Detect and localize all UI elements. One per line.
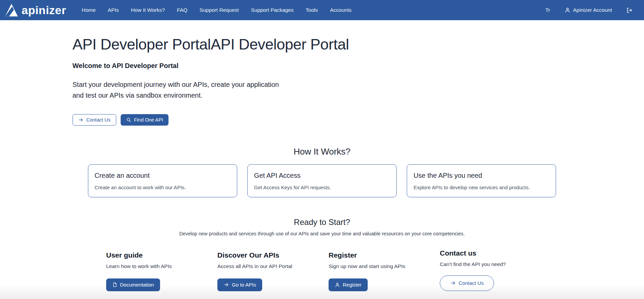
nav-links: Home APIs How It Works? FAQ Support Requ… [82,7,351,13]
column-contact-us: Contact us Can't find the API you need? … [440,249,551,291]
column-title: User guide [106,251,217,259]
hero-description-line1: Start your development journey with our … [72,79,288,90]
nav-item-faq[interactable]: FAQ [177,7,187,13]
contact-us-button[interactable]: Contact Us [72,114,116,126]
how-it-works-section: How It Works? Create an account Create a… [0,146,644,197]
column-discover-apis: Discover Our APIs Access all APIs in our… [217,251,329,291]
top-navbar: apinizer Home APIs How It Works? FAQ Sup… [0,0,644,20]
nav-item-accounts[interactable]: Accounts [330,7,351,13]
ready-title: Ready to Start? [0,218,644,227]
contact-us-pill-button[interactable]: Contact Us [440,275,494,291]
card-create-account: Create an account Create an account to w… [88,164,237,197]
logout-icon[interactable] [626,7,633,13]
ready-subtitle: Develop new products and services throug… [0,231,644,236]
navbar-right: Tr Apinizer Account [545,7,633,13]
column-description: Access all APIs in our API Portal [217,263,329,269]
contact-us-pill-label: Contact Us [459,280,484,286]
user-icon [564,7,571,13]
column-description: Learn how to work with APIs [106,263,217,269]
nav-item-how-it-works[interactable]: How It Works? [131,7,165,13]
register-button[interactable]: Register [329,278,368,291]
card-use-apis: Use the APIs you need Explore APIs to de… [407,164,556,197]
ready-to-start-section: Ready to Start? Develop new products and… [0,218,644,291]
user-icon [335,282,340,288]
search-icon [126,117,131,123]
hero-section: API Developer PortalAPI Developer Portal… [0,20,644,126]
nav-item-support-request[interactable]: Support Request [200,7,239,13]
documentation-button[interactable]: Documentation [106,278,160,291]
register-label: Register [343,282,362,288]
card-title: Use the APIs you need [413,172,549,179]
apinizer-logo[interactable]: apinizer [5,3,66,17]
find-one-api-button[interactable]: Find One API [121,114,168,126]
column-title: Discover Our APIs [217,251,329,259]
column-description: Sign up now and start using APIs [329,263,440,269]
ready-columns: User guide Learn how to work with APIs D… [106,251,644,291]
nav-item-tools[interactable]: Tools [306,7,318,13]
hero-welcome-heading: Welcome to API Developer Portal [72,62,644,70]
card-get-api-access: Get API Access Get Access Keys for API r… [247,164,397,197]
column-register: Register Sign up now and start using API… [329,251,440,291]
card-description: Explore APIs to develop new services and… [413,185,549,190]
how-it-works-cards: Create an account Create an account to w… [88,164,556,197]
account-menu[interactable]: Apinizer Account [564,7,612,13]
page: apinizer Home APIs How It Works? FAQ Sup… [0,0,644,299]
card-description: Create an account to work with our APIs. [95,185,231,190]
go-to-apis-button[interactable]: Go to APIs [217,278,262,291]
how-it-works-title: How It Works? [0,146,644,157]
document-icon [112,282,117,288]
column-user-guide: User guide Learn how to work with APIs D… [106,251,217,291]
documentation-label: Documentation [120,282,154,288]
contact-us-label: Contact Us [86,117,111,123]
card-title: Get API Access [254,172,390,179]
card-description: Get Access Keys for API requests. [254,185,390,190]
find-one-api-label: Find One API [134,117,163,123]
column-title: Contact us [440,249,551,257]
hero-description-line2: and test our APIs via sandbox environmen… [72,90,288,101]
nav-item-support-packages[interactable]: Support Packages [251,7,294,13]
column-title: Register [329,251,440,259]
nav-item-home[interactable]: Home [82,7,95,13]
apinizer-logo-icon [5,3,18,17]
go-to-apis-label: Go to APIs [232,282,256,288]
arrow-right-icon [450,280,456,286]
arrow-right-icon [78,118,84,122]
brand-name: apinizer [22,4,66,16]
arrow-right-icon [223,282,229,287]
language-toggle[interactable]: Tr [545,7,550,13]
account-label: Apinizer Account [573,7,612,13]
hero-buttons: Contact Us Find One API [72,114,644,126]
hero-description: Start your development journey with our … [72,79,288,101]
nav-item-apis[interactable]: APIs [108,7,119,13]
card-title: Create an account [95,172,231,179]
page-title: API Developer PortalAPI Developer Portal [72,36,644,53]
column-description: Can't find the API you need? [440,261,551,267]
